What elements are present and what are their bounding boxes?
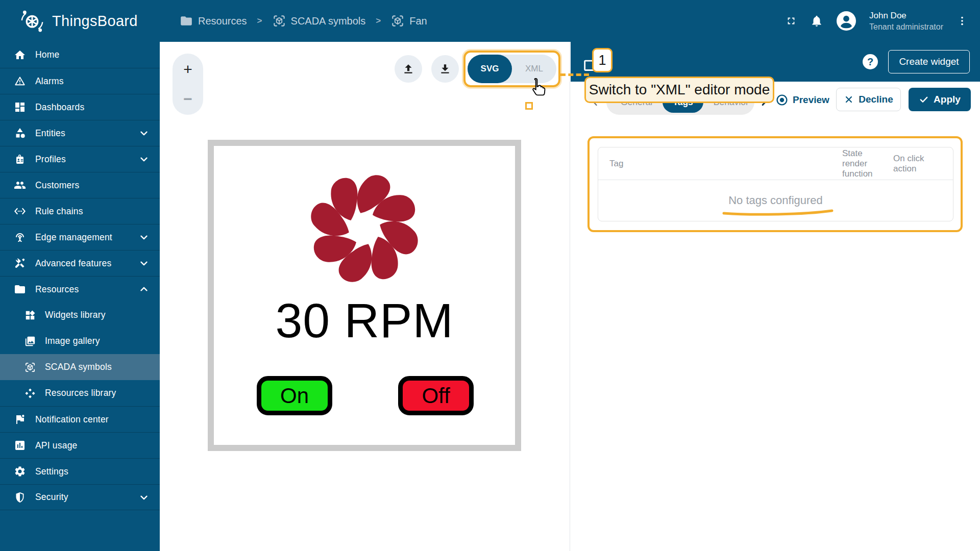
sidebar-item-dashboards[interactable]: Dashboards	[0, 94, 160, 120]
thingsboard-logo[interactable]: ThingsBoard	[18, 7, 138, 35]
bell-icon[interactable]	[810, 14, 823, 28]
help-button[interactable]: ?	[863, 54, 878, 69]
chevron-down-icon	[138, 232, 150, 243]
chevron-down-icon	[138, 154, 150, 165]
settings-icon	[14, 465, 26, 478]
fullscreen-icon[interactable]	[786, 15, 797, 27]
annotation-underline-swoosh	[722, 209, 834, 216]
cursor-highlight-square	[525, 102, 533, 110]
sidebar-item-edge-management[interactable]: Edge management	[0, 224, 160, 250]
sidebar-item-advanced-features[interactable]: Advanced features	[0, 250, 160, 276]
rule-chains-icon	[14, 205, 26, 217]
sidebar-item-alarms[interactable]: Alarms	[0, 68, 160, 94]
folder-icon	[14, 283, 26, 295]
advanced-features-icon	[14, 257, 26, 269]
avatar[interactable]	[837, 11, 856, 31]
zoom-controls: + −	[173, 54, 203, 115]
breadcrumb-resources[interactable]: Resources	[180, 14, 247, 28]
check-icon	[919, 94, 929, 105]
sidebar: Home Alarms Dashboards Entities Profiles…	[0, 42, 160, 551]
user-info[interactable]: John Doe Tenant administrator	[869, 11, 943, 32]
sidebar-item-entities[interactable]: Entities	[0, 120, 160, 146]
upload-button[interactable]	[395, 55, 422, 83]
security-icon	[14, 491, 26, 504]
customers-icon	[14, 179, 26, 191]
fan-rpm-value: 30 RPM	[214, 293, 515, 348]
api-usage-icon	[14, 439, 26, 452]
chevron-down-icon	[138, 258, 150, 269]
sidebar-item-profiles[interactable]: Profiles	[0, 146, 160, 172]
eye-icon	[776, 94, 788, 106]
column-tag: Tag	[609, 159, 623, 169]
annotation-connector-line	[560, 73, 589, 76]
sidebar-item-settings[interactable]: Settings	[0, 458, 160, 484]
annotation-step-badge: 1	[592, 48, 612, 72]
hand-cursor-icon	[528, 77, 548, 100]
entities-icon	[14, 127, 26, 139]
column-state-render-function: State render function	[842, 148, 883, 179]
profiles-icon	[14, 153, 26, 165]
top-bar: ThingsBoard Resources > SCADA symbols > …	[0, 0, 980, 42]
brand-name: ThingsBoard	[52, 13, 138, 30]
breadcrumb-fan[interactable]: Fan	[391, 14, 427, 28]
kebab-icon[interactable]	[957, 13, 968, 29]
fan-symbol-preview: 30 RPM On Off	[208, 140, 521, 451]
zoom-out-button[interactable]: −	[173, 85, 203, 113]
symbol-editor-canvas: + − SVG XML 30 RPM	[160, 42, 570, 551]
upload-icon	[402, 62, 415, 76]
user-name: John Doe	[869, 11, 943, 21]
tags-table-header: Tag State render function On click actio…	[598, 147, 953, 180]
fan-on-button[interactable]: On	[257, 376, 332, 415]
sidebar-item-home[interactable]: Home	[0, 42, 160, 68]
preview-button[interactable]: Preview	[776, 94, 829, 106]
topbar-actions: John Doe Tenant administrator	[786, 0, 968, 42]
sidebar-item-resources[interactable]: Resources	[0, 276, 160, 302]
svg-mode-button[interactable]: SVG	[468, 55, 512, 83]
resources-library-icon	[24, 388, 36, 399]
sidebar-item-scada-symbols[interactable]: SCADA symbols	[0, 354, 160, 380]
sidebar-item-customers[interactable]: Customers	[0, 172, 160, 198]
home-icon	[14, 49, 26, 61]
user-role: Tenant administrator	[869, 22, 943, 32]
chevron-up-icon	[138, 284, 150, 295]
edge-management-icon	[14, 231, 26, 243]
sidebar-item-widgets-library[interactable]: Widgets library	[0, 302, 160, 328]
zoom-in-button[interactable]: +	[173, 56, 203, 83]
tags-empty-row: No tags configured	[598, 180, 953, 221]
thingsboard-app: ThingsBoard Resources > SCADA symbols > …	[0, 0, 980, 551]
decline-button[interactable]: Decline	[836, 88, 901, 111]
scada-icon	[391, 14, 404, 28]
thingsboard-logo-icon	[18, 7, 46, 35]
close-icon	[844, 94, 854, 105]
apply-button[interactable]: Apply	[909, 88, 971, 111]
sidebar-item-api-usage[interactable]: API usage	[0, 432, 160, 458]
download-button[interactable]	[431, 55, 459, 83]
notification-center-icon	[14, 413, 26, 425]
sidebar-item-security[interactable]: Security	[0, 484, 160, 510]
scada-icon	[24, 362, 36, 373]
annotation-highlight-tags-box: Tag State render function On click actio…	[587, 136, 963, 232]
chevron-down-icon	[138, 492, 150, 503]
no-tags-message: No tags configured	[728, 194, 823, 207]
alarm-icon	[14, 75, 26, 87]
annotation-tooltip: Switch to "XML" editor mode	[584, 77, 774, 103]
download-icon	[438, 62, 452, 76]
sidebar-item-resources-library[interactable]: Resources library	[0, 380, 160, 406]
breadcrumb-separator: >	[254, 16, 265, 26]
fan-blades-graphic[interactable]	[304, 168, 425, 289]
tags-table: Tag State render function On click actio…	[598, 147, 953, 221]
breadcrumb-scada-symbols[interactable]: SCADA symbols	[273, 14, 366, 28]
sidebar-item-image-gallery[interactable]: Image gallery	[0, 328, 160, 354]
dashboards-icon	[14, 101, 26, 113]
column-on-click-action: On click action	[893, 154, 939, 174]
scada-icon	[273, 14, 286, 28]
panel-header: ? Create widget	[571, 42, 980, 82]
create-widget-button[interactable]: Create widget	[888, 50, 970, 73]
breadcrumb: Resources > SCADA symbols > Fan	[180, 0, 427, 42]
sidebar-item-notification-center[interactable]: Notification center	[0, 406, 160, 432]
fan-off-button[interactable]: Off	[398, 376, 474, 415]
widgets-library-icon	[24, 310, 36, 321]
folder-icon	[180, 14, 193, 28]
chevron-down-icon	[138, 128, 150, 139]
sidebar-item-rule-chains[interactable]: Rule chains	[0, 198, 160, 224]
